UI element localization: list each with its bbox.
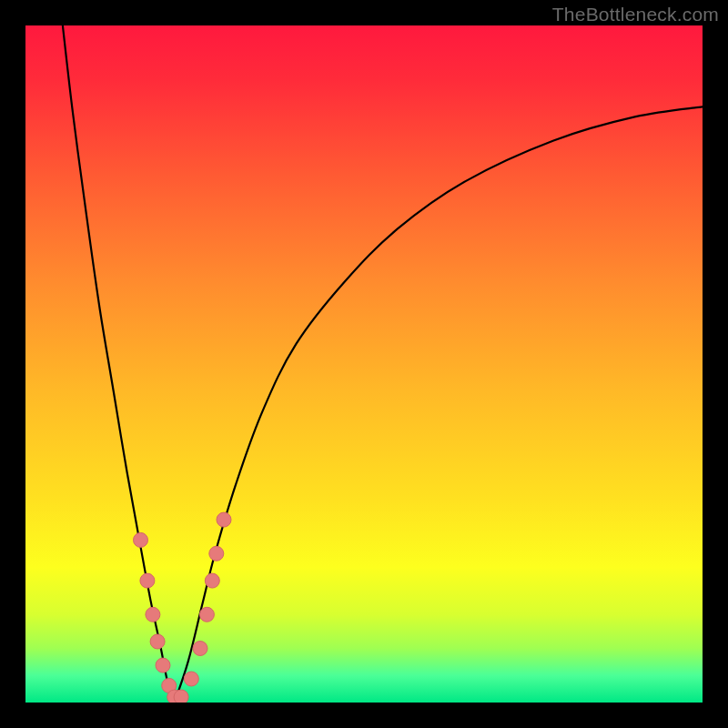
bottleneck-curve-svg [25,25,703,703]
valley-marker-dot [174,690,188,703]
valley-marker-dot [199,607,214,622]
plot-area [25,25,703,703]
valley-marker-dot [134,532,148,547]
valley-marker-dot [217,512,231,527]
left-branch-path [63,25,175,703]
valley-marker-dot [156,658,170,672]
valley-marker-dot [150,634,165,649]
curve-left-branch [63,25,175,703]
curve-right-branch [175,106,703,703]
valley-marker-dot [140,573,155,588]
valley-marker-dot [193,642,207,656]
valley-markers [134,512,232,703]
valley-marker-dot [184,672,198,686]
valley-marker-dot [205,573,219,588]
right-branch-path [175,106,703,703]
valley-marker-dot [146,607,160,622]
watermark-text: TheBottleneck.com [552,4,719,25]
valley-marker-dot [209,546,224,561]
